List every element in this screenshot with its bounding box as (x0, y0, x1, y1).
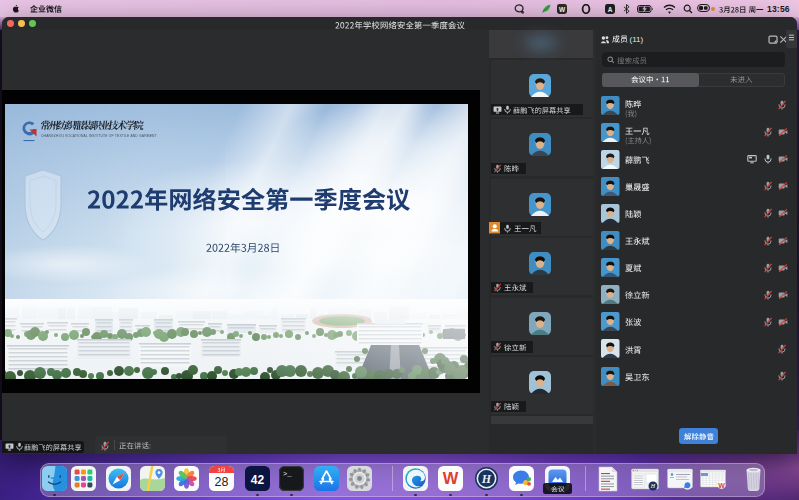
svg-text:W: W (442, 469, 458, 487)
svg-text:>_: >_ (283, 470, 292, 478)
svg-text:W: W (718, 481, 725, 488)
svg-text:42: 42 (250, 473, 264, 487)
svg-text:28: 28 (214, 475, 228, 489)
svg-text:W: W (559, 5, 566, 12)
svg-text:H: H (650, 483, 656, 489)
svg-text:A: A (608, 5, 613, 12)
svg-text:H: H (480, 472, 491, 486)
